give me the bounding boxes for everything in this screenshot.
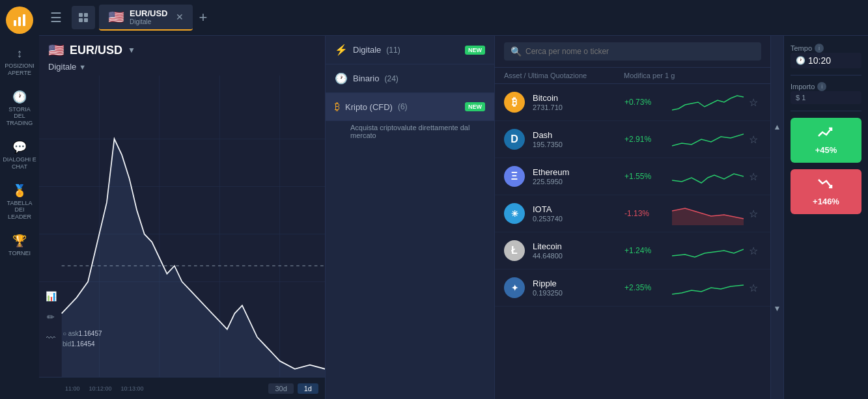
right-sidebar: Tempo i 🕐 10:20 Importo i $ 1 [783,36,868,399]
kripto-name: Kripto (CFD) [345,102,393,112]
dash-info: Dash 195.7350 [533,130,622,148]
ripple-fav-button[interactable]: ☆ [746,282,761,294]
search-bar: 🔍 [495,36,770,68]
kripto-badge: NEW [465,102,485,111]
binario-name: Binario [353,74,379,83]
ethereum-icon: Ξ [504,166,525,187]
hamburger-button[interactable]: ☰ [44,6,68,29]
chart-tool-wave[interactable]: 〰 [42,329,60,347]
time-value: 🕐 10:20 [791,53,861,68]
category-list: ⚡ Digitale (11) NEW 🕐 Binario (24) ₿ Kri… [326,36,494,147]
iota-icon: ✳ [504,203,525,224]
crypto-row-iota[interactable]: ✳ IOTA 0.253740 -1.13% ☆ [495,195,770,232]
crypto-row-bitcoin[interactable]: ₿ Bitcoin 2731.710 +0.73% ☆ [495,84,770,121]
amount-section: Importo i $ 1 [791,82,861,104]
crypto-row-litecoin[interactable]: Ł Litecoin 44.64800 +1.24% ☆ [495,232,770,269]
digitale-name: Digitale [353,45,381,55]
dash-chart [672,128,744,151]
ethereum-fav-button[interactable]: ☆ [746,171,761,183]
trade-down-button[interactable]: +146% [791,169,861,214]
x-label-1: 11:00 [65,385,80,392]
asset-tab-eurusd[interactable]: 🇺🇸 EUR/USD Digitale ✕ [99,5,193,31]
svg-rect-2 [23,14,25,26]
chart-tool-candle[interactable]: 📊 [42,287,60,305]
down-trend-icon [817,177,835,194]
ripple-icon: ✦ [504,277,525,298]
header-change: Modifica per 1 g [624,72,676,79]
chart-flag-icon: 🇺🇸 [48,42,64,58]
bitcoin-change: +0.73% [624,98,669,107]
x-label-3: 10:13:00 [121,385,144,392]
trade-up-label: +45% [815,145,837,155]
sidebar-item-tournaments[interactable]: 🏆 TORNEI [0,228,39,262]
sidebar-item-positions[interactable]: ↕ POSIZIONI APERTE [0,42,39,82]
svg-rect-1 [18,17,21,26]
dash-price: 195.7350 [533,141,622,148]
amount-value[interactable]: $ 1 [791,91,861,104]
divider-2 [791,111,861,111]
cat-item-kripto[interactable]: ₿ Kripto (CFD) (6) NEW [326,93,494,121]
digitale-count: (11) [386,46,400,55]
scroll-down-button[interactable]: ▼ [771,217,783,399]
cat-item-digitale[interactable]: ⚡ Digitale (11) NEW [326,36,494,64]
grid-button[interactable] [72,6,95,29]
sidebar-label-leaderboard: TABELLA DEI LEADER [3,200,36,221]
crypto-row-dash[interactable]: D Dash 195.7350 +2.91% ☆ [495,121,770,158]
search-input-wrap: 🔍 [504,42,761,61]
chart-bottom: 11:00 10:12:00 10:13:00 30d 1d [39,377,325,399]
tab-close-button[interactable]: ✕ [176,12,184,22]
tf-1d-button[interactable]: 1d [298,383,318,394]
svg-rect-5 [79,18,83,22]
chart-tool-draw[interactable]: ✏ [42,308,60,326]
crypto-table-header: Asset / Ultima Quotazione Modifica per 1… [495,68,770,84]
trade-down-label: +146% [813,197,839,206]
ripple-change: +2.35% [624,283,669,292]
chart-pair-name: EUR/USD [70,44,122,57]
time-label: Tempo i [791,44,861,53]
dash-change: +2.91% [624,135,669,144]
digitale-icon: ⚡ [335,44,348,56]
time-info-icon: i [815,44,824,53]
litecoin-fav-button[interactable]: ☆ [746,245,761,257]
bitcoin-price: 2731.710 [533,103,622,111]
litecoin-name: Litecoin [533,241,622,251]
main-area: ☰ 🇺🇸 EUR/USD Digitale ✕ + 🇺🇸 EUR/USD [39,0,868,399]
svg-rect-3 [79,13,83,17]
trade-up-button[interactable]: +45% [791,118,861,163]
crypto-row-ethereum[interactable]: Ξ Ethereum 225.5950 +1.55% ☆ [495,158,770,195]
ethereum-change: +1.55% [624,172,669,181]
dash-fav-button[interactable]: ☆ [746,133,761,146]
litecoin-change: +1.24% [624,246,669,255]
bid-value: 1.16454 [71,340,94,348]
kripto-icon: ₿ [335,101,340,113]
sidebar-label-history: STORIA DEL TRADING [3,106,36,127]
litecoin-price: 44.64800 [533,252,622,260]
sidebar-label-tournaments: TORNEI [8,250,31,257]
sidebar-item-chat[interactable]: 💬 DIALOGHI E CHAT [0,135,39,176]
search-input[interactable] [525,47,755,56]
sidebar-item-leaderboard[interactable]: 🏅 TABELLA DEI LEADER [0,178,39,226]
ask-label: ○ ask1.16457 [63,329,102,339]
iota-fav-button[interactable]: ☆ [746,208,761,220]
chart-subheader: Digitale ▼ [39,61,325,76]
cat-item-binario[interactable]: 🕐 Binario (24) [326,64,494,93]
chart-type-name: Digitale [48,62,76,72]
tf-30d-button[interactable]: 30d [268,383,293,394]
dash-icon: D [504,129,525,150]
ripple-info: Ripple 0.193250 [533,279,622,297]
ethereum-chart [672,165,744,188]
ethereum-name: Ethereum [533,167,622,177]
ripple-name: Ripple [533,279,622,288]
dash-name: Dash [533,130,622,140]
positions-icon: ↕ [17,47,23,61]
sidebar-item-history[interactable]: 🕐 STORIA DEL TRADING [0,85,39,132]
crypto-row-ripple[interactable]: ✦ Ripple 0.193250 +2.35% ☆ [495,269,770,307]
chart-panel: 🇺🇸 EUR/USD ▼ Digitale ▼ [39,36,326,399]
scroll-up-button[interactable]: ▲ [771,36,783,217]
tournaments-icon: 🏆 [12,234,27,248]
bitcoin-fav-button[interactable]: ☆ [746,96,761,109]
add-tab-button[interactable]: + [199,9,208,26]
topbar: ☰ 🇺🇸 EUR/USD Digitale ✕ + [39,0,868,36]
logo-button[interactable] [6,7,33,34]
header-asset: Asset / Ultima Quotazione [504,72,621,79]
